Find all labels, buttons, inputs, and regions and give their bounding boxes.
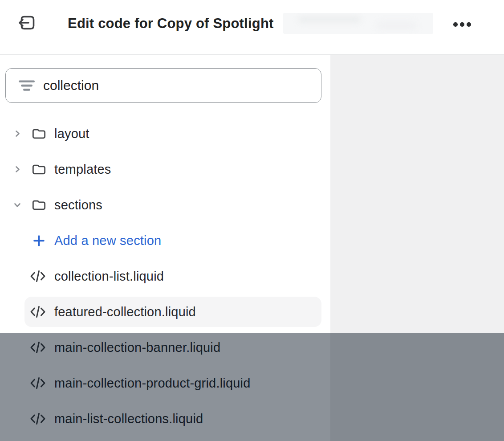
folder-label: layout: [54, 127, 89, 141]
file-filter-input[interactable]: [43, 78, 310, 93]
chevron-right-icon: [13, 165, 21, 173]
tree-file-featured-collection[interactable]: featured-collection.liquid: [0, 294, 330, 330]
page-title: Edit code for Copy of Spotlight: [68, 16, 274, 31]
folder-icon: [32, 199, 46, 211]
add-new-section-button[interactable]: Add a new section: [0, 223, 330, 258]
tree-file-collection-list[interactable]: collection-list.liquid: [0, 258, 330, 294]
exit-icon: [17, 14, 37, 33]
redacted-header-area: [283, 13, 433, 34]
folder-icon: [32, 163, 46, 176]
tree-folder-sections[interactable]: sections: [0, 187, 330, 223]
exit-button[interactable]: [17, 14, 37, 33]
redacted-smudge: [377, 23, 417, 28]
filter-icon: [18, 78, 35, 93]
code-file-icon: [29, 305, 46, 318]
tree-folder-layout[interactable]: layout: [0, 116, 330, 151]
folder-label: sections: [54, 198, 102, 212]
add-new-section-label: Add a new section: [54, 233, 161, 248]
folder-icon: [32, 127, 46, 140]
file-label: collection-list.liquid: [54, 269, 164, 284]
code-file-icon: [29, 270, 46, 283]
plus-icon: [33, 235, 45, 247]
redacted-smudge: [298, 16, 361, 23]
chevron-down-icon: [13, 201, 21, 209]
code-editor-screen: Edit code for Copy of Spotlight: [0, 0, 504, 441]
file-label: featured-collection.liquid: [54, 305, 196, 319]
tree-folder-templates[interactable]: templates: [0, 151, 330, 187]
kebab-menu-icon: [453, 22, 471, 27]
folder-label: templates: [54, 162, 111, 177]
file-filter-field[interactable]: [5, 68, 321, 103]
modal-backdrop[interactable]: [0, 333, 504, 441]
header-bar: Edit code for Copy of Spotlight: [0, 0, 504, 55]
more-options-button[interactable]: [451, 16, 474, 33]
chevron-right-icon: [13, 130, 21, 138]
